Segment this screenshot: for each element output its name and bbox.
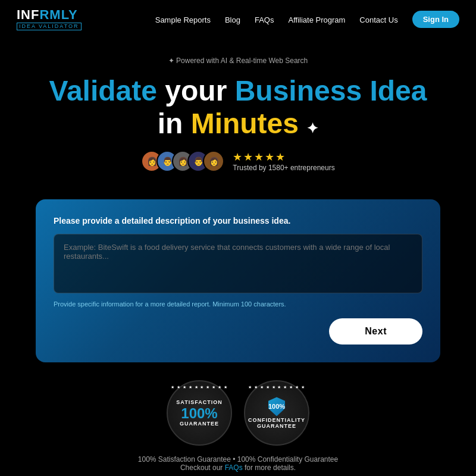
badge-subtitle: GUARANTEE	[180, 421, 219, 427]
signin-button[interactable]: Sign In	[412, 11, 459, 28]
powered-text: ✦ Powered with AI & Real-time Web Search	[24, 57, 452, 65]
logo-tagline: IDEA VALIDATOR	[17, 23, 82, 30]
form-hint: Provide specific information for a more …	[54, 300, 422, 308]
avatar-group: 👩 👨 👩 👨 👩	[141, 151, 224, 172]
badge-subtitle: GUARANTEE	[257, 423, 296, 429]
guarantee-text: 100% Satisfaction Guarantee • 100% Confi…	[0, 455, 476, 472]
trust-label: Trusted by 1580+ entrepreneurs	[233, 164, 334, 172]
confidentiality-badge: 100% CONFIDENTIALITY GUARANTEE	[244, 380, 309, 446]
textarea-wrap	[54, 234, 422, 296]
badges-section: SATISFACTION 100% GUARANTEE 100% CONFIDE…	[0, 380, 476, 446]
shield-icon: 100%	[268, 397, 285, 416]
badge-title: CONFIDENTIALITY	[248, 417, 305, 423]
next-button[interactable]: Next	[329, 318, 422, 345]
avatar: 👩	[203, 151, 224, 172]
logo: INFRMLY IDEA VALIDATOR	[17, 8, 82, 30]
faqs-link[interactable]: FAQs	[225, 464, 243, 472]
hero-section: ✦ Powered with AI & Real-time Web Search…	[0, 39, 476, 199]
nav-affiliate[interactable]: Affiliate Program	[288, 15, 345, 24]
navigation: INFRMLY IDEA VALIDATOR Sample Reports Bl…	[0, 0, 476, 39]
stars-section: ★★★★★ Trusted by 1580+ entrepreneurs	[233, 151, 334, 172]
business-idea-input[interactable]	[54, 234, 422, 293]
nav-faqs[interactable]: FAQs	[255, 15, 274, 24]
logo-text: INFRMLY	[17, 8, 82, 21]
trust-row: 👩 👨 👩 👨 👩 ★★★★★ Trusted by 1580+ entrepr…	[24, 151, 452, 172]
badge-title: SATISFACTION	[176, 399, 222, 405]
satisfaction-badge: SATISFACTION 100% GUARANTEE	[167, 380, 232, 446]
badge-percent: 100%	[181, 406, 217, 421]
hero-headline: Validate your Business Idea in Minutes ✦	[24, 74, 452, 140]
nav-blog[interactable]: Blog	[225, 15, 240, 24]
form-card: Please provide a detailed description of…	[36, 199, 440, 362]
form-footer: Next	[54, 318, 422, 345]
nav-sample-reports[interactable]: Sample Reports	[155, 15, 211, 24]
nav-contact[interactable]: Contact Us	[359, 15, 397, 24]
form-label: Please provide a detailed description of…	[54, 216, 422, 226]
nav-links: Sample Reports Blog FAQs Affiliate Progr…	[155, 11, 459, 28]
star-rating: ★★★★★	[233, 151, 286, 164]
